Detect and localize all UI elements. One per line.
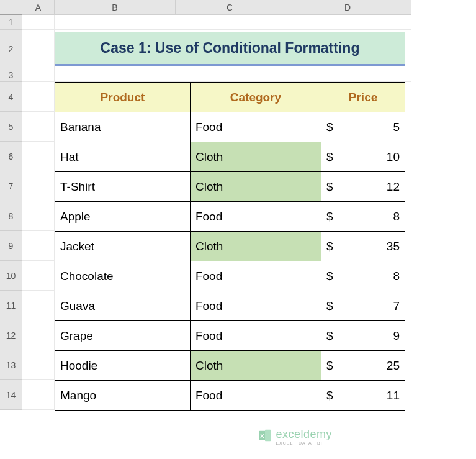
cell-A7[interactable] xyxy=(22,171,55,201)
cell-price[interactable]: $8 xyxy=(321,261,405,291)
currency-symbol: $ xyxy=(326,240,333,253)
cell-product[interactable]: Grape xyxy=(55,321,191,351)
cell-price[interactable]: $25 xyxy=(321,351,405,381)
col-header-price[interactable]: Price xyxy=(321,83,405,112)
table-row: JacketCloth$35 xyxy=(55,232,405,261)
cell-category[interactable]: Food xyxy=(190,381,321,411)
row-header-4[interactable]: 4 xyxy=(0,82,22,112)
cell-price[interactable]: $11 xyxy=(321,381,405,411)
svg-text:X: X xyxy=(261,433,265,439)
price-value: 5 xyxy=(326,120,400,134)
row-header-12[interactable]: 12 xyxy=(0,320,22,350)
cell-A6[interactable] xyxy=(22,142,55,171)
cell-category[interactable]: Cloth xyxy=(190,351,321,381)
select-all-corner[interactable] xyxy=(0,0,22,15)
cell-product[interactable]: Jacket xyxy=(55,232,191,261)
currency-symbol: $ xyxy=(326,270,333,283)
cell-price[interactable]: $8 xyxy=(321,202,405,232)
cell-B3-D3[interactable] xyxy=(55,68,411,82)
watermark-tagline: EXCEL · DATA · BI xyxy=(276,441,332,445)
table-row: HatCloth$10 xyxy=(55,142,405,172)
row-header-1[interactable]: 1 xyxy=(0,15,22,30)
table-row: GrapeFood$9 xyxy=(55,321,405,351)
cell-category[interactable]: Food xyxy=(190,291,321,321)
watermark-text: exceldemy EXCEL · DATA · BI xyxy=(276,428,332,445)
cell-category[interactable]: Food xyxy=(190,321,321,351)
col-header-A[interactable]: A xyxy=(22,0,55,15)
table-row: ChocolateFood$8 xyxy=(55,261,405,291)
cell-product[interactable]: Chocolate xyxy=(55,261,191,291)
watermark-brand: exceldemy xyxy=(276,428,332,440)
cell-product[interactable]: Banana xyxy=(55,112,191,142)
col-header-D[interactable]: D xyxy=(284,0,411,15)
cell-product[interactable]: Hat xyxy=(55,142,191,172)
watermark: X exceldemy EXCEL · DATA · BI xyxy=(258,428,332,445)
col-header-C[interactable]: C xyxy=(176,0,284,15)
row-header-2[interactable]: 2 xyxy=(0,30,22,68)
row-header-6[interactable]: 6 xyxy=(0,142,22,171)
cell-price[interactable]: $7 xyxy=(321,291,405,321)
col-header-category[interactable]: Category xyxy=(190,83,321,112)
currency-symbol: $ xyxy=(326,299,333,313)
page-title: Case 1: Use of Conditional Formatting xyxy=(101,40,360,57)
table-body: BananaFood$5HatCloth$10T-ShirtCloth$12Ap… xyxy=(55,112,405,411)
cell-A14[interactable] xyxy=(22,380,55,410)
cell-A9[interactable] xyxy=(22,231,55,261)
svg-rect-1 xyxy=(265,430,271,441)
price-value: 8 xyxy=(326,270,400,283)
price-value: 11 xyxy=(326,389,400,402)
cell-category[interactable]: Cloth xyxy=(190,172,321,202)
cell-category[interactable]: Cloth xyxy=(190,142,321,172)
price-value: 25 xyxy=(326,359,400,373)
cell-A3[interactable] xyxy=(22,68,55,82)
row-header-7[interactable]: 7 xyxy=(0,171,22,201)
title-banner[interactable]: Case 1: Use of Conditional Formatting xyxy=(55,32,405,66)
cell-B1-D1[interactable] xyxy=(55,15,411,30)
row-header-10[interactable]: 10 xyxy=(0,261,22,291)
cell-A12[interactable] xyxy=(22,320,55,350)
cell-price[interactable]: $10 xyxy=(321,142,405,172)
cell-A8[interactable] xyxy=(22,201,55,231)
cell-price[interactable]: $5 xyxy=(321,112,405,142)
cell-price[interactable]: $35 xyxy=(321,232,405,261)
row-header-8[interactable]: 8 xyxy=(0,201,22,231)
row-header-13[interactable]: 13 xyxy=(0,350,22,380)
table-header-row: Product Category Price xyxy=(55,83,405,112)
data-table: Product Category Price BananaFood$5HatCl… xyxy=(55,82,405,411)
price-value: 35 xyxy=(326,240,400,253)
cell-A2[interactable] xyxy=(22,30,55,68)
row-header-3[interactable]: 3 xyxy=(0,68,22,82)
cell-price[interactable]: $9 xyxy=(321,321,405,351)
cell-price[interactable]: $12 xyxy=(321,172,405,202)
price-value: 8 xyxy=(326,210,400,224)
cell-A4[interactable] xyxy=(22,82,55,112)
currency-symbol: $ xyxy=(326,120,333,134)
currency-symbol: $ xyxy=(326,389,333,402)
cell-product[interactable]: Hoodie xyxy=(55,351,191,381)
row-header-5[interactable]: 5 xyxy=(0,112,22,142)
cell-product[interactable]: Guava xyxy=(55,291,191,321)
cell-product[interactable]: T-Shirt xyxy=(55,172,191,202)
table-row: BananaFood$5 xyxy=(55,112,405,142)
cell-product[interactable]: Apple xyxy=(55,202,191,232)
row-header-11[interactable]: 11 xyxy=(0,291,22,320)
row-header-14[interactable]: 14 xyxy=(0,380,22,410)
row-header-9[interactable]: 9 xyxy=(0,231,22,261)
price-value: 12 xyxy=(326,180,400,194)
data-table-container: Product Category Price BananaFood$5HatCl… xyxy=(55,82,405,410)
currency-symbol: $ xyxy=(326,150,333,164)
cell-category[interactable]: Food xyxy=(190,202,321,232)
col-header-B[interactable]: B xyxy=(55,0,176,15)
cell-category[interactable]: Food xyxy=(190,261,321,291)
table-row: GuavaFood$7 xyxy=(55,291,405,321)
cell-A13[interactable] xyxy=(22,350,55,380)
col-header-product[interactable]: Product xyxy=(55,83,191,112)
cell-A10[interactable] xyxy=(22,261,55,291)
cell-category[interactable]: Food xyxy=(190,112,321,142)
cell-product[interactable]: Mango xyxy=(55,381,191,411)
cell-A5[interactable] xyxy=(22,112,55,142)
currency-symbol: $ xyxy=(326,329,333,343)
cell-A11[interactable] xyxy=(22,291,55,320)
cell-A1[interactable] xyxy=(22,15,55,30)
cell-category[interactable]: Cloth xyxy=(190,232,321,261)
